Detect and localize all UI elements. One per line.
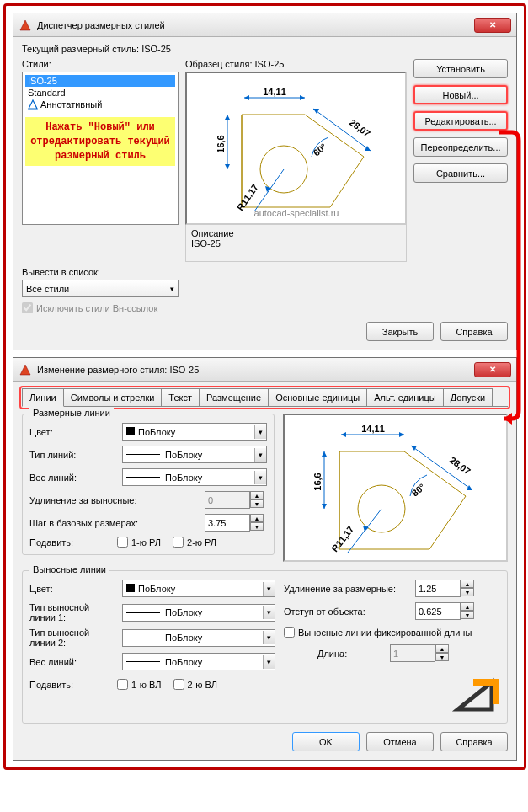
length-label: Длина: [317, 649, 385, 659]
spin-up-icon[interactable]: ▲ [250, 514, 264, 522]
fixed-length-checkbox[interactable]: Выносные линии фиксированной длины [284, 627, 500, 638]
tab-primary-units[interactable]: Основные единицы [268, 388, 367, 406]
styles-listbox[interactable]: ISO-25 Standard Аннотативный Нажать "Нов… [22, 72, 179, 225]
extend-beyond-label: Удлинение за выносные: [29, 495, 164, 505]
suppress-label: Подавить: [29, 680, 105, 690]
annotative-icon [28, 99, 38, 110]
group-title: Выносные линии [29, 564, 109, 574]
list-filter-label: Вывести в список: [22, 267, 179, 277]
set-current-button[interactable]: Установить [413, 59, 508, 78]
list-item[interactable]: ISO-25 [25, 75, 175, 87]
extline2-linetype-combo[interactable]: ПоБлоку [122, 629, 275, 647]
dimline-lineweight-combo[interactable]: ПоБлоку [122, 468, 267, 486]
desc-label: Описание [191, 228, 401, 238]
spin-up-icon[interactable]: ▲ [461, 602, 474, 611]
length-spinner[interactable]: ▲▼ [390, 644, 452, 662]
spin-down-icon[interactable]: ▼ [461, 588, 474, 596]
svg-text:autocad-specialist.ru: autocad-specialist.ru [253, 208, 339, 218]
color-label: Цвет: [29, 427, 117, 437]
spin-down-icon[interactable]: ▼ [250, 522, 264, 531]
extline-lineweight-combo[interactable]: ПоБлоку [122, 653, 275, 670]
app-icon [19, 19, 32, 32]
desc-value: ISO-25 [191, 238, 401, 248]
baseline-spacing-label: Шаг в базовых размерах: [29, 518, 164, 528]
styles-label: Стили: [22, 59, 179, 69]
list-item[interactable]: Аннотативный [25, 99, 175, 110]
titlebar[interactable]: Диспетчер размерных стилей [13, 13, 516, 37]
exclude-xref-checkbox: Исключить стили Вн-ссылок [22, 302, 179, 313]
extend-beyond-spinner[interactable]: ▲▼ [205, 491, 267, 509]
suppress-label: Подавить: [29, 537, 105, 548]
hint-overlay: Нажать "Новый" или отредактировать текущ… [25, 117, 175, 166]
baseline-spacing-spinner[interactable]: ▲▼ [205, 514, 267, 532]
cancel-button[interactable]: Отмена [366, 732, 434, 751]
close-button[interactable]: Закрыть [366, 322, 434, 341]
svg-line-5 [254, 169, 284, 211]
svg-text:16,6: 16,6 [312, 473, 323, 490]
description-box: Описание ISO-25 [185, 225, 407, 262]
extline1-linetype-combo[interactable]: ПоБлоку [122, 604, 275, 622]
help-button[interactable]: Справка [440, 322, 508, 341]
tab-tolerances[interactable]: Допуски [443, 388, 493, 406]
ok-button[interactable]: OK [292, 732, 360, 751]
tab-alt-units[interactable]: Альт. единицы [366, 388, 443, 406]
extline-color-label: Цвет: [29, 584, 117, 594]
current-style-label: Текущий размерный стиль: ISO-25 [22, 44, 508, 54]
help-button[interactable]: Справка [440, 732, 508, 751]
spin-up-icon[interactable]: ▲ [435, 644, 449, 653]
extline2-linetype-label: Тип выносной линии 2: [29, 628, 117, 648]
svg-text:16,6: 16,6 [216, 135, 226, 152]
watermark-logo [284, 676, 500, 716]
svg-text:60°: 60° [311, 142, 328, 158]
dimline-linetype-combo[interactable]: ПоБлоку [122, 446, 267, 463]
spin-up-icon[interactable]: ▲ [250, 491, 264, 499]
tab-fit[interactable]: Размещение [199, 388, 269, 406]
tab-lines[interactable]: Линии [22, 388, 64, 407]
suppress-extline2-checkbox[interactable]: 2-ю ВЛ [173, 679, 218, 690]
suppress-extline1-checkbox[interactable]: 1-ю ВЛ [117, 679, 162, 690]
ext-beyond-spinner[interactable]: ▲▼ [415, 580, 477, 597]
list-item-label: Аннотативный [40, 99, 102, 110]
offset-spinner[interactable]: ▲▼ [415, 602, 477, 620]
style-preview: 14,11 16,6 R11,17 80° 28,07 [283, 414, 508, 562]
dimline-color-combo[interactable]: ПоБлоку [122, 423, 267, 441]
modify-dimstyle-dialog: Изменение размерного стиля: ISO-25 Линии… [13, 357, 517, 761]
dimension-lines-group: Размерные линии Цвет: ПоБлоку Тип линий:… [22, 414, 275, 555]
ext-beyond-label: Удлинение за размерные: [284, 584, 410, 594]
linetype-label: Тип линий: [29, 450, 117, 460]
svg-text:28,07: 28,07 [447, 455, 472, 477]
exclude-label: Исключить стили Вн-ссылок [36, 303, 157, 313]
suppress-dimline2-checkbox[interactable]: 2-ю РЛ [173, 537, 216, 548]
list-filter-dropdown[interactable]: Все стили [22, 280, 179, 297]
extension-lines-group: Выносные линии Цвет: ПоБлоку Тип выносно… [22, 570, 508, 724]
tab-bar: Линии Символы и стрелки Текст Размещение… [22, 388, 508, 407]
tab-text[interactable]: Текст [161, 388, 200, 406]
spin-up-icon[interactable]: ▲ [461, 580, 474, 588]
close-icon[interactable] [474, 362, 511, 377]
group-title: Размерные линии [29, 408, 114, 418]
suppress-dimline1-checkbox[interactable]: 1-ю РЛ [117, 537, 161, 548]
override-button[interactable]: Переопределить... [413, 137, 508, 157]
spin-down-icon[interactable]: ▼ [435, 653, 449, 661]
spin-down-icon[interactable]: ▼ [461, 611, 474, 619]
compare-button[interactable]: Сравнить... [413, 163, 508, 183]
svg-text:14,11: 14,11 [263, 87, 286, 97]
close-icon[interactable] [474, 18, 511, 33]
dialog-title: Диспетчер размерных стилей [37, 20, 474, 30]
extline1-linetype-label: Тип выносной линии 1: [29, 602, 117, 622]
tab-symbols[interactable]: Символы и стрелки [63, 388, 163, 406]
dialog-title: Изменение размерного стиля: ISO-25 [37, 365, 474, 375]
app-icon [19, 363, 32, 377]
new-button[interactable]: Новый... [413, 85, 508, 104]
spin-down-icon[interactable]: ▼ [250, 499, 264, 508]
list-item[interactable]: Standard [25, 87, 175, 99]
style-preview: 14,11 16,6 R11,17 60° 28,07 autocad-spec… [185, 72, 407, 225]
svg-text:28,07: 28,07 [347, 117, 371, 139]
modify-button[interactable]: Редактировать... [413, 111, 508, 131]
preview-label: Образец стиля: ISO-25 [185, 59, 407, 69]
svg-text:14,11: 14,11 [361, 424, 385, 434]
svg-text:80°: 80° [409, 482, 426, 499]
extline-color-combo[interactable]: ПоБлоку [122, 580, 275, 597]
offset-label: Отступ от объекта: [284, 606, 410, 617]
titlebar[interactable]: Изменение размерного стиля: ISO-25 [13, 358, 516, 382]
